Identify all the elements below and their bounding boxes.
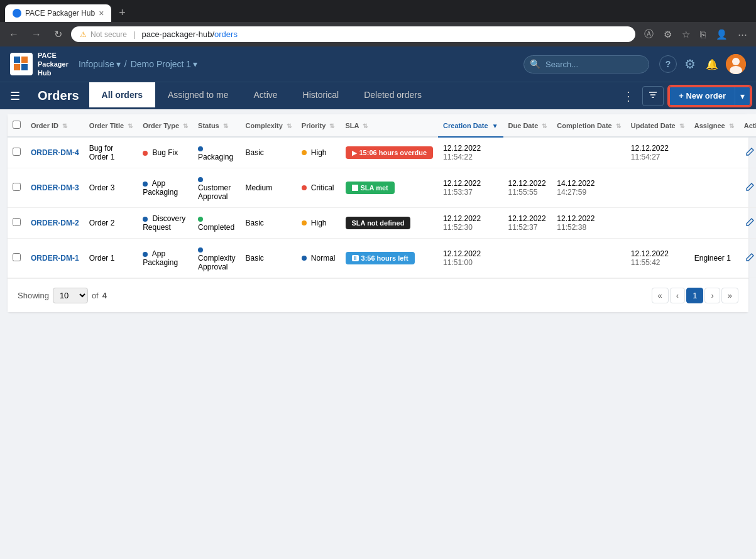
- tab-historical[interactable]: Historical: [290, 82, 352, 109]
- order-id-link[interactable]: ORDER-DM-4: [31, 148, 79, 157]
- browser-tab-active[interactable]: PACE Packager Hub ×: [5, 4, 111, 22]
- prev-page-button[interactable]: ‹: [670, 288, 685, 303]
- profile-icon[interactable]: 👤: [712, 26, 731, 43]
- search-input[interactable]: [523, 55, 649, 73]
- org-nav-link[interactable]: Infopulse ▾: [79, 59, 121, 69]
- tab-all-orders[interactable]: All orders: [89, 82, 155, 109]
- orders-table: Order ID ⇅ Order Title ⇅ Order Type ⇅ St…: [8, 114, 756, 278]
- header-updated-date[interactable]: Updated Date ⇅: [626, 114, 689, 137]
- header-actions-label: Actions: [744, 122, 756, 129]
- updated-date-cell: [626, 168, 689, 208]
- sort-icon-order-title: ⇅: [128, 122, 133, 129]
- next-page-button[interactable]: ›: [704, 288, 720, 303]
- status-dot: [198, 247, 203, 252]
- refresh-button[interactable]: ↻: [50, 26, 66, 43]
- new-tab-button[interactable]: +: [114, 4, 131, 22]
- header-creation-date[interactable]: Creation Date ▼: [438, 114, 503, 137]
- status-cell: Completed: [193, 208, 240, 239]
- project-dropdown-icon: ▾: [193, 59, 197, 69]
- tab-close-button[interactable]: ×: [99, 8, 104, 18]
- header-completion-date[interactable]: Completion Date ⇅: [552, 114, 625, 137]
- order-id-cell: ORDER-DM-3: [26, 168, 84, 208]
- select-all-checkbox[interactable]: [13, 121, 21, 129]
- complexity-text: Medium: [245, 183, 272, 192]
- header-assignee[interactable]: Assignee ⇅: [689, 114, 739, 137]
- updated-date-cell: 12.12.2022 11:55:42: [626, 239, 689, 278]
- help-button[interactable]: ?: [659, 55, 677, 73]
- hamburger-button[interactable]: ☰: [3, 89, 28, 103]
- edit-button[interactable]: [744, 216, 756, 230]
- first-page-button[interactable]: «: [652, 288, 669, 303]
- project-nav-link[interactable]: Demo Project 1 ▾: [131, 59, 197, 69]
- header-status[interactable]: Status ⇅: [193, 114, 240, 137]
- total-count: 4: [102, 291, 107, 300]
- favorites-icon[interactable]: ☆: [678, 26, 694, 43]
- edit-button[interactable]: [744, 146, 756, 160]
- tab-deleted-orders[interactable]: Deleted orders: [351, 82, 434, 109]
- due-date: 12.12.2022: [508, 214, 547, 223]
- sort-icon-updated-date: ⇅: [679, 122, 684, 129]
- per-page-select[interactable]: 10 25 50 100: [53, 288, 88, 303]
- new-order-dropdown-button[interactable]: ▾: [735, 87, 750, 105]
- tab-active[interactable]: Active: [241, 82, 290, 109]
- order-id-cell: ORDER-DM-1: [26, 239, 84, 278]
- new-order-button[interactable]: + New order: [670, 87, 735, 105]
- creation-date: 12.12.2022: [443, 144, 498, 153]
- back-button[interactable]: ←: [5, 26, 23, 43]
- address-bar[interactable]: ⚠ Not secure | pace-packager-hub/orders: [71, 26, 635, 42]
- header-order-id[interactable]: Order ID ⇅: [26, 114, 84, 137]
- svg-rect-0: [14, 57, 20, 63]
- order-title: Bug for Order 1: [89, 144, 115, 161]
- settings-button[interactable]: ⚙: [682, 54, 698, 74]
- search-icon: 🔍: [530, 59, 540, 69]
- status-cell: Complexity Approval: [193, 239, 240, 278]
- page-1-button[interactable]: 1: [686, 288, 703, 303]
- creation-time: 11:53:37: [443, 188, 498, 197]
- forward-button[interactable]: →: [28, 26, 45, 43]
- order-id-link[interactable]: ORDER-DM-3: [31, 183, 79, 192]
- row-checkbox[interactable]: [13, 183, 21, 191]
- filter-button[interactable]: [642, 86, 664, 106]
- priority-cell: Critical: [297, 168, 341, 208]
- nav-separator: /: [124, 59, 127, 69]
- sort-icon-order-id: ⇅: [62, 122, 67, 129]
- svg-point-5: [732, 58, 740, 65]
- header-sla[interactable]: SLA ⇅: [341, 114, 439, 137]
- sla-cell: ▶ 15:06 hours overdue: [341, 137, 439, 168]
- logo-svg: [13, 55, 30, 73]
- order-id-link[interactable]: ORDER-DM-2: [31, 219, 79, 227]
- order-id-cell: ORDER-DM-2: [26, 208, 84, 239]
- row-checkbox[interactable]: [13, 148, 21, 156]
- complexity-cell: Medium: [240, 168, 296, 208]
- notifications-button[interactable]: 🔔: [703, 56, 721, 73]
- svg-rect-3: [21, 64, 28, 70]
- user-avatar[interactable]: [726, 54, 746, 74]
- collections-icon[interactable]: ⎘: [696, 26, 709, 42]
- sort-icon-complexity: ⇅: [287, 122, 292, 129]
- header-order-title[interactable]: Order Title ⇅: [84, 114, 138, 137]
- edit-button[interactable]: [744, 251, 756, 265]
- updated-date-cell: [626, 208, 689, 239]
- header-due-date[interactable]: Due Date ⇅: [503, 114, 552, 137]
- priority-cell: High: [297, 208, 341, 239]
- last-page-button[interactable]: »: [721, 288, 738, 303]
- tab-assigned-to-me[interactable]: Assigned to me: [155, 82, 241, 109]
- row-checkbox[interactable]: [13, 253, 21, 261]
- due-date-cell: [503, 239, 552, 278]
- translate-icon[interactable]: Ⓐ: [640, 26, 657, 43]
- order-title: Order 2: [89, 219, 115, 227]
- more-tools-icon[interactable]: ⋯: [734, 26, 751, 43]
- more-tabs-button[interactable]: ⋮: [617, 86, 640, 106]
- updated-date-cell: 12.12.2022 11:54:27: [626, 137, 689, 168]
- priority-container: High: [302, 148, 336, 157]
- row-checkbox[interactable]: [13, 218, 21, 226]
- edit-icon: [745, 217, 755, 227]
- order-id-link[interactable]: ORDER-DM-1: [31, 254, 79, 263]
- header-priority[interactable]: Priority ⇅: [297, 114, 341, 137]
- extensions-icon[interactable]: ⚙: [660, 26, 676, 43]
- order-type: App Packaging: [143, 179, 178, 197]
- header-order-type[interactable]: Order Type ⇅: [138, 114, 193, 137]
- creation-date: 12.12.2022: [443, 179, 498, 188]
- edit-button[interactable]: [744, 181, 756, 195]
- header-complexity[interactable]: Complexity ⇅: [240, 114, 296, 137]
